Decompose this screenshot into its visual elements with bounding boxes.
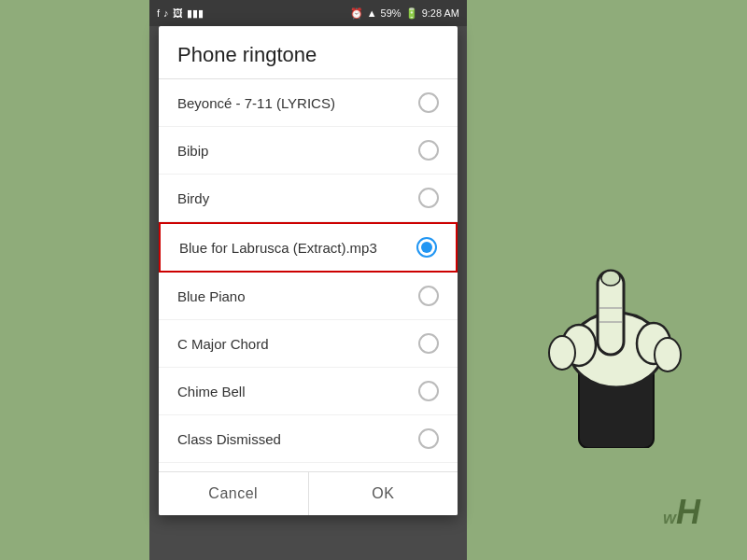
ringtone-name: Blue Piano [177,288,246,304]
phone-ringtone-dialog: Phone ringtone Beyoncé - 7-11 (LYRICS)Bi… [159,26,458,515]
radio-button[interactable] [418,286,439,306]
wikihow-logo: wH [663,493,700,532]
music-icon: ♪ [163,7,169,19]
radio-button[interactable] [418,140,439,161]
ringtone-item[interactable]: Blue for Labrusca (Extract).mp3 [159,222,458,273]
dialog-buttons: Cancel OK [159,471,458,515]
ringtone-name: Birdy [177,190,209,206]
facebook-icon: f [157,7,160,19]
ringtone-item[interactable]: Blue Piano [159,273,458,320]
ringtone-item[interactable]: Diging [159,463,458,471]
status-bar: f ♪ 🖼 ▮▮▮ ⏰ ▲ 59% 🔋 9:28 AM [149,0,467,26]
ringtone-name: Beyoncé - 7-11 (LYRICS) [177,95,335,111]
radio-button[interactable] [418,333,439,354]
dialog-title: Phone ringtone [159,26,458,79]
status-icons-left: f ♪ 🖼 ▮▮▮ [157,7,204,20]
ringtone-item[interactable]: Class Dismissed [159,415,458,463]
radio-button[interactable] [418,381,439,401]
ringtone-name: Bibip [177,143,208,159]
signal-icon: ▮▮▮ [187,7,204,20]
ringtone-item[interactable]: Beyoncé - 7-11 (LYRICS) [159,79,458,127]
time-display: 9:28 AM [422,7,459,19]
cancel-button[interactable]: Cancel [159,472,309,515]
ringtone-name: Chime Bell [177,384,246,399]
ringtone-item[interactable]: Chime Bell [159,368,458,415]
wikihow-big-h: H [676,493,700,531]
status-icons-right: ⏰ ▲ 59% 🔋 9:28 AM [350,7,459,20]
ringtone-name: Class Dismissed [177,431,281,447]
radio-button[interactable] [418,92,439,113]
ringtone-item[interactable]: C Major Chord [159,320,458,368]
ringtone-name: Blue for Labrusca (Extract).mp3 [179,240,377,256]
ringtone-name: C Major Chord [177,336,269,352]
radio-button[interactable] [418,188,439,208]
image-icon: 🖼 [173,7,183,19]
ok-button[interactable]: OK [309,472,458,515]
ringtone-item[interactable]: Birdy [159,175,458,222]
alarm-icon: ⏰ [350,7,363,20]
radio-button[interactable] [416,237,437,258]
ringtone-item[interactable]: Bibip [159,127,458,175]
wikihow-small-w: w [663,509,676,527]
battery-percent: 59% [381,7,402,19]
wifi-icon: ▲ [367,7,377,19]
radio-button[interactable] [418,428,439,449]
ringtone-list[interactable]: Beyoncé - 7-11 (LYRICS)BibipBirdyBlue fo… [159,79,458,471]
battery-icon: 🔋 [405,7,418,20]
